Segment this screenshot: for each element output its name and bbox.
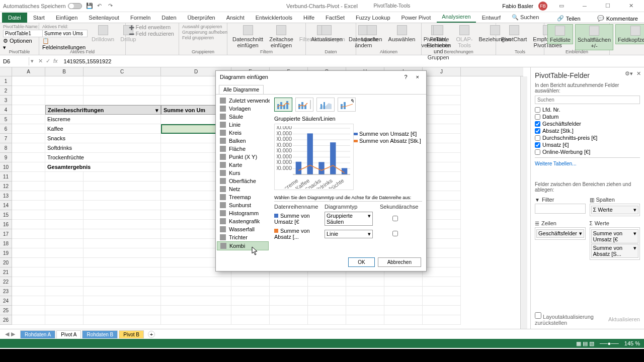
cell[interactable] xyxy=(270,306,308,315)
cell[interactable] xyxy=(12,267,45,277)
cell[interactable] xyxy=(423,239,461,248)
cell[interactable] xyxy=(423,220,461,229)
cell[interactable] xyxy=(84,229,161,239)
cell[interactable] xyxy=(84,258,161,267)
zoom-level[interactable]: 145 % xyxy=(624,340,640,346)
formula-input[interactable]: 1419255,15591922 xyxy=(61,57,644,65)
cell[interactable] xyxy=(84,296,161,306)
row-header[interactable]: 14 xyxy=(0,201,12,210)
cell[interactable] xyxy=(12,115,45,124)
tab-factset[interactable]: FactSet xyxy=(320,13,350,23)
combo-thumb-3[interactable] xyxy=(316,98,335,112)
sheet-tab[interactable]: Pivot A xyxy=(56,330,81,338)
cell[interactable] xyxy=(84,182,161,191)
cell[interactable] xyxy=(12,76,45,86)
cell[interactable] xyxy=(423,248,461,258)
chart-category[interactable]: Wasserfall xyxy=(217,225,269,233)
row-header[interactable]: 6 xyxy=(0,124,12,134)
cell[interactable] xyxy=(423,191,461,201)
cell[interactable] xyxy=(384,296,423,306)
cell[interactable] xyxy=(12,182,45,191)
vertical-scrollbar[interactable] xyxy=(520,76,527,329)
chart-category[interactable]: Kastengrafik xyxy=(217,217,269,225)
cell[interactable] xyxy=(84,306,161,315)
cell[interactable] xyxy=(12,143,45,153)
close-icon[interactable]: ✕ xyxy=(622,1,640,11)
row-header[interactable]: 3 xyxy=(0,96,12,105)
field-checkbox[interactable] xyxy=(535,149,540,155)
combo-thumb-1[interactable] xyxy=(274,98,292,112)
cell[interactable]: Trockenfrüchte xyxy=(45,153,161,162)
series-type-select[interactable]: Gruppierte Säulen▾ xyxy=(325,212,373,226)
row-header[interactable]: 17 xyxy=(0,229,12,239)
prev-sheet-icon[interactable]: ◀ xyxy=(5,331,9,337)
ribbon-options-icon[interactable]: ▭ xyxy=(552,1,571,11)
cell[interactable] xyxy=(12,220,45,229)
enter-icon[interactable]: ✓ xyxy=(46,58,50,64)
cell[interactable] xyxy=(84,277,161,287)
cell[interactable] xyxy=(423,210,461,220)
field-item[interactable]: Absatz [Stk.] xyxy=(535,127,640,134)
cell[interactable] xyxy=(84,267,161,277)
cell[interactable] xyxy=(12,86,45,96)
cell[interactable] xyxy=(423,124,461,134)
cell[interactable] xyxy=(423,296,461,306)
cell[interactable] xyxy=(12,153,45,162)
cell[interactable] xyxy=(45,296,84,306)
cell[interactable] xyxy=(308,306,346,315)
row-header[interactable]: 22 xyxy=(0,277,12,287)
row-header[interactable]: 9 xyxy=(0,153,12,162)
view-normal-icon[interactable]: ▦ xyxy=(576,340,581,346)
cell[interactable] xyxy=(12,96,45,105)
cell[interactable] xyxy=(423,277,461,287)
tab-search[interactable]: 🔍 Suchen xyxy=(507,12,544,23)
cell[interactable] xyxy=(423,201,461,210)
cell[interactable]: Snacks xyxy=(45,134,161,143)
dialog-close-icon[interactable]: × xyxy=(413,73,422,81)
chart-category[interactable]: Zuletzt verwendet xyxy=(217,97,269,105)
row-header[interactable]: 2 xyxy=(0,86,12,96)
chart-category[interactable]: Trichter xyxy=(217,233,269,241)
new-sheet-icon[interactable]: + xyxy=(148,331,155,338)
drilldown-button[interactable]: Drilldown xyxy=(90,24,116,43)
cell[interactable] xyxy=(12,277,45,287)
cell[interactable] xyxy=(45,306,84,315)
cell[interactable] xyxy=(423,143,461,153)
group-field[interactable]: Feld gruppieren xyxy=(182,35,224,40)
comments-button[interactable]: 💬 Kommentare xyxy=(593,14,642,23)
undo-icon[interactable]: ↶ xyxy=(97,3,104,10)
field-checkbox[interactable] xyxy=(535,142,540,148)
tab-developer[interactable]: Entwicklertools xyxy=(251,13,297,23)
series-type-select[interactable]: Linie▾ xyxy=(325,230,373,238)
cell[interactable] xyxy=(231,296,270,306)
cell[interactable] xyxy=(12,296,45,306)
view-break-icon[interactable]: ▧ xyxy=(589,340,594,346)
row-header[interactable]: 18 xyxy=(0,239,12,248)
cell[interactable] xyxy=(423,115,461,124)
filter-area[interactable] xyxy=(535,204,586,214)
chart-category[interactable]: Balken xyxy=(217,137,269,145)
ok-button[interactable]: OK xyxy=(348,257,374,267)
row-header[interactable]: 1 xyxy=(0,76,12,86)
row-header[interactable]: 8 xyxy=(0,143,12,153)
cell[interactable] xyxy=(84,220,161,229)
field-item[interactable]: Umsatz [€] xyxy=(535,141,640,148)
row-header[interactable]: 10 xyxy=(0,162,12,172)
chart-category[interactable]: Linie xyxy=(217,121,269,129)
secondary-axis-checkbox[interactable] xyxy=(392,216,398,221)
clear-button[interactable]: Löschen xyxy=(359,24,384,43)
row-header[interactable]: 5 xyxy=(0,115,12,124)
tab-design[interactable]: Entwurf xyxy=(477,13,506,23)
next-sheet-icon[interactable]: ▶ xyxy=(11,331,15,337)
area-chip[interactable]: Summe von Umsatz [€▾ xyxy=(591,229,639,243)
cell[interactable] xyxy=(161,306,231,315)
dialog-help-icon[interactable]: ? xyxy=(404,74,407,80)
row-header[interactable]: 23 xyxy=(0,287,12,296)
minimize-icon[interactable]: ─ xyxy=(576,1,594,11)
tab-help[interactable]: Hilfe xyxy=(298,13,319,23)
field-item[interactable]: Online-Werbung [€] xyxy=(535,148,640,155)
cell[interactable] xyxy=(384,306,423,315)
defer-checkbox[interactable]: Layoutaktualisierung zurückstellen xyxy=(535,312,608,326)
cell[interactable] xyxy=(12,239,45,248)
cell[interactable] xyxy=(84,210,161,220)
